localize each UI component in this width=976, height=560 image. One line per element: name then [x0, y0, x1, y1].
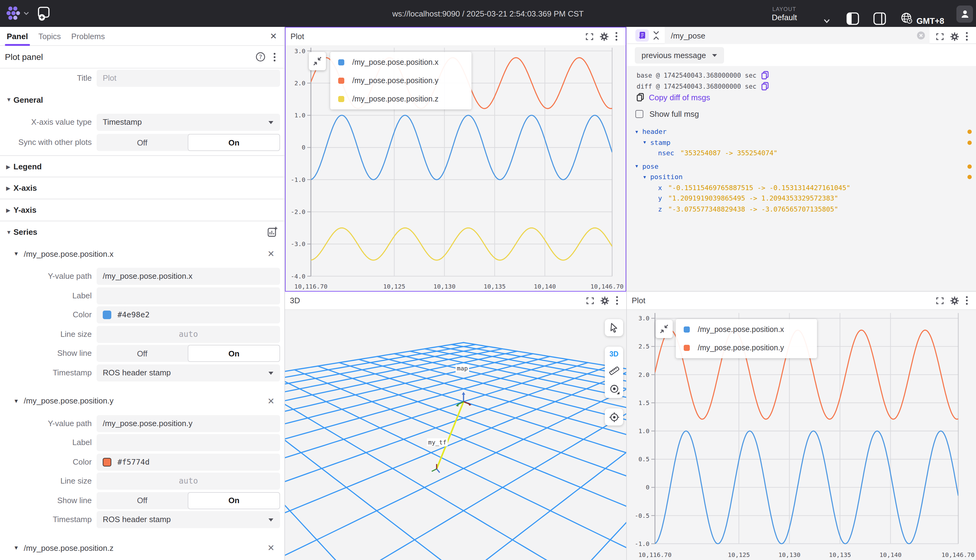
legend-item[interactable]: /my_pose.pose.position.x: [684, 320, 817, 339]
series-color-field[interactable]: #4e98e2: [97, 306, 280, 323]
series-path-input[interactable]: /my_pose.pose.position.y: [97, 415, 280, 432]
tree-row-nsec[interactable]: nsec"353254087 -> 355254074": [658, 148, 777, 158]
section-legend[interactable]: ▶Legend: [0, 156, 284, 177]
add-series-icon[interactable]: [267, 226, 278, 237]
legend-item[interactable]: /my_pose.pose.position.y: [684, 339, 817, 357]
settings-kebab-icon[interactable]: [274, 52, 276, 62]
panel-settings-gear-icon[interactable]: [950, 296, 959, 305]
legend-collapse-button[interactable]: [309, 52, 326, 70]
section-x-axis[interactable]: ▶X-axis: [0, 177, 284, 199]
series-item-header[interactable]: ▼/my_pose.pose.position.y✕: [0, 392, 284, 409]
tab-problems[interactable]: Problems: [71, 27, 105, 45]
viewer-3d-panel: 3D map my_tf 3D: [285, 292, 626, 560]
previous-message-button[interactable]: previous message: [635, 47, 724, 63]
remove-series-icon[interactable]: ✕: [267, 249, 275, 258]
right-split-divider[interactable]: [627, 291, 976, 292]
changed-indicator-dot: [968, 175, 972, 179]
section-series[interactable]: ▼Series: [0, 221, 284, 243]
series-item-header[interactable]: ▼/my_pose.pose.position.z✕: [0, 539, 284, 556]
copy-base-icon[interactable]: [761, 71, 769, 80]
legend-item[interactable]: /my_pose.pose.position.x: [338, 53, 472, 72]
legend-item[interactable]: /my_pose.pose.position.z: [338, 90, 472, 108]
fullscreen-icon[interactable]: [936, 33, 944, 40]
frame-label-my-tf[interactable]: my_tf: [427, 438, 448, 446]
svg-text:10,146.70: 10,146.70: [941, 551, 974, 558]
title-input[interactable]: Plot: [97, 70, 280, 87]
tree-expand-icon[interactable]: ▼: [636, 129, 638, 134]
toggle-on[interactable]: On: [188, 492, 280, 509]
clear-topic-icon[interactable]: [917, 31, 925, 40]
svg-text:2.0: 2.0: [294, 80, 305, 87]
series-label-input[interactable]: [97, 434, 280, 451]
pointer-icon: [610, 323, 618, 333]
panel-settings-gear-icon[interactable]: [600, 32, 609, 41]
remove-series-icon[interactable]: ✕: [267, 396, 275, 406]
right-sidebar-toggle-icon[interactable]: [873, 12, 886, 25]
collapse-all-icon[interactable]: [652, 30, 660, 40]
mid-right-divider[interactable]: [626, 27, 627, 560]
left-sidebar: Panel Topics Problems ✕ Plot panel ? Tit…: [0, 27, 285, 560]
panel-settings-gear-icon[interactable]: [601, 296, 609, 305]
section-label: General: [13, 95, 43, 104]
section-y-axis[interactable]: ▶Y-axis: [0, 199, 284, 221]
toggle-off[interactable]: Off: [97, 492, 188, 509]
toggle-off[interactable]: Off: [97, 345, 188, 362]
fullscreen-icon[interactable]: [586, 297, 594, 304]
help-icon[interactable]: ?: [255, 52, 265, 62]
mode-3d-button[interactable]: 3D: [609, 351, 618, 358]
tab-panel[interactable]: Panel: [7, 27, 28, 45]
panel-kebab-icon[interactable]: [615, 32, 617, 41]
svg-text:2.0: 2.0: [639, 371, 649, 378]
toggle-on[interactable]: On: [188, 345, 280, 362]
tree-row-z[interactable]: z"-3.075577348829438 -> -3.0765657071358…: [658, 205, 838, 214]
show-full-msg-row[interactable]: Show full msg: [636, 110, 699, 118]
line-size-input[interactable]: auto: [97, 325, 280, 343]
timezone-globe-icon[interactable]: [901, 12, 913, 25]
tree-row-position[interactable]: ▼position: [643, 172, 682, 182]
layout-chevron-icon[interactable]: [823, 18, 831, 24]
xaxis-type-select[interactable]: Timestamp: [97, 114, 280, 131]
toggle-off[interactable]: Off: [97, 134, 188, 151]
series-label-input[interactable]: [97, 287, 280, 304]
measure-ruler-icon[interactable]: [609, 366, 619, 376]
tree-row-y[interactable]: y"1.2091919039865495 -> 1.20943533295723…: [658, 194, 838, 203]
legend-collapse-button[interactable]: [656, 320, 673, 338]
series-item-header[interactable]: ▼/my_pose.pose.position.x✕: [0, 245, 284, 262]
message-icon[interactable]: [636, 29, 649, 42]
tree-expand-icon[interactable]: ▼: [643, 140, 646, 145]
panel-kebab-icon[interactable]: [616, 296, 618, 305]
tree-expand-icon[interactable]: ▼: [643, 175, 646, 180]
tree-row-pose[interactable]: ▼pose: [636, 162, 658, 171]
tree-row-stamp[interactable]: ▼stamp: [643, 138, 671, 147]
panel-kebab-icon[interactable]: [966, 296, 968, 305]
panel-settings-gear-icon[interactable]: [950, 32, 959, 41]
topic-path-input[interactable]: /my_pose: [665, 27, 929, 44]
show-full-checkbox[interactable]: [636, 110, 643, 118]
frame-label-map[interactable]: map: [455, 364, 469, 372]
publish-point-icon[interactable]: [609, 383, 619, 394]
sidebar-close-icon[interactable]: ✕: [270, 31, 277, 41]
legend-item[interactable]: /my_pose.pose.position.y: [338, 72, 472, 90]
fullscreen-icon[interactable]: [586, 33, 593, 40]
section-general[interactable]: ▼General: [0, 88, 284, 111]
tree-row-header[interactable]: ▼header: [636, 127, 667, 136]
left-sidebar-toggle-icon[interactable]: [846, 12, 859, 25]
toggle-on[interactable]: On: [188, 134, 280, 151]
tree-expand-icon[interactable]: ▼: [636, 164, 638, 169]
timezone-value[interactable]: GMT+8: [916, 17, 944, 26]
timestamp-select[interactable]: ROS header stamp: [97, 364, 280, 381]
tree-row-x[interactable]: x"-0.15115469765887515 -> -0.15313144271…: [658, 183, 850, 192]
line-size-input[interactable]: auto: [97, 473, 280, 490]
series-path-input[interactable]: /my_pose.pose.position.x: [97, 268, 280, 285]
copy-diff-ts-icon[interactable]: [761, 82, 769, 90]
pointer-tool-button[interactable]: [605, 319, 623, 336]
follow-tool-button[interactable]: [605, 408, 623, 425]
series-color-field[interactable]: #f5774d: [97, 453, 280, 470]
timestamp-select[interactable]: ROS header stamp: [97, 511, 280, 528]
remove-series-icon[interactable]: ✕: [267, 543, 275, 553]
copy-diff-link[interactable]: Copy diff of msgs: [637, 93, 710, 102]
tab-topics[interactable]: Topics: [38, 27, 61, 45]
fullscreen-icon[interactable]: [936, 297, 944, 304]
panel-kebab-icon[interactable]: [966, 32, 968, 41]
user-avatar[interactable]: [956, 5, 973, 23]
